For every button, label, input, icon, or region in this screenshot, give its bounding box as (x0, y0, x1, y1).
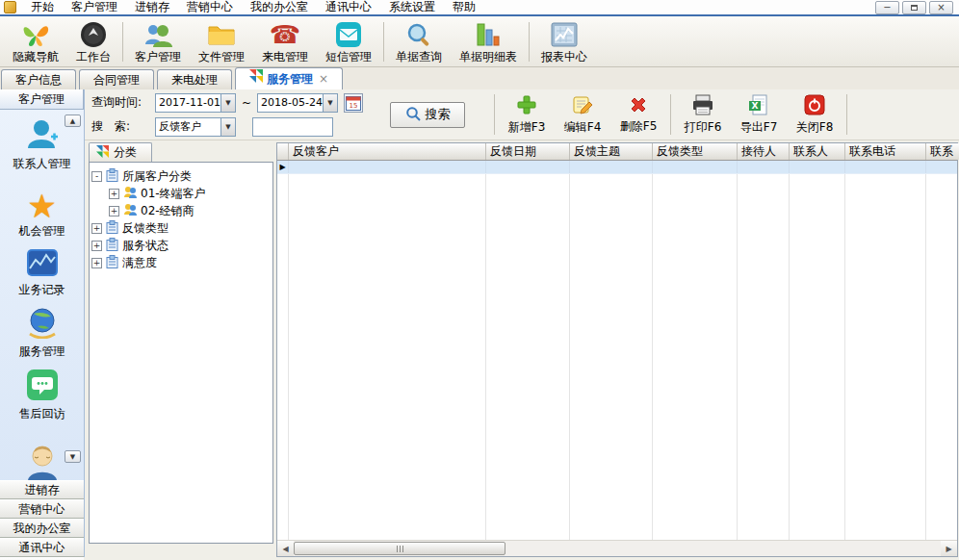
restore-icon (911, 5, 918, 11)
column-header-feedback-type[interactable]: 反馈类型 (653, 143, 738, 160)
toolbar-workbench-button[interactable]: 工作台 (67, 18, 119, 65)
sidebar-item-label: 业务记录 (19, 282, 65, 298)
column-header-contact[interactable]: 联系人 (790, 143, 845, 160)
column-header-feedback-subject[interactable]: 反馈主题 (570, 143, 653, 160)
toolbar-sms-mgmt-button[interactable]: 短信管理 (317, 18, 380, 65)
clipboard-icon (106, 255, 118, 271)
tree-node-customer-category[interactable]: - 所属客户分类 (91, 167, 271, 185)
chevron-down-icon[interactable]: ▼ (220, 118, 235, 136)
expand-toggle-icon[interactable]: + (91, 241, 102, 251)
selected-empty-row[interactable]: ▶ (277, 161, 957, 174)
tree-node-service-status[interactable]: + 服务状态 (91, 237, 271, 254)
toolbar-call-mgmt-button[interactable]: ☎ 来电管理 (253, 18, 317, 65)
row-selector-header (277, 143, 289, 160)
scrollbar-track[interactable] (294, 541, 941, 556)
export-button[interactable]: X 导出F7 (731, 91, 787, 138)
scrollbar-thumb[interactable] (294, 542, 505, 555)
sidebar-item-label: 服务管理 (19, 344, 65, 360)
column-header-contact-phone[interactable]: 联系电话 (845, 143, 926, 160)
globe-icon (26, 307, 59, 342)
sidebar-item-business-records[interactable]: 业务记录 (0, 248, 84, 298)
toolbar-customer-mgmt-button[interactable]: 客户管理 (126, 18, 190, 65)
query-separator (494, 94, 495, 135)
sidebar-bottom-marketing[interactable]: 营销中心 (0, 499, 84, 519)
expand-toggle-icon[interactable]: + (109, 189, 119, 199)
toolbar-file-mgmt-button[interactable]: 文件管理 (190, 18, 253, 65)
toolbar-separator (122, 22, 123, 62)
sidebar-header-customer-mgmt[interactable]: 客户管理 (0, 89, 84, 110)
print-icon (691, 94, 714, 118)
toolbar-separator (383, 22, 384, 62)
menu-item-my-office[interactable]: 我的办公室 (242, 0, 317, 15)
menu-item-start[interactable]: 开始 (22, 0, 63, 15)
menu-item-system-settings[interactable]: 系统设置 (380, 0, 444, 15)
action-label: 新增F3 (508, 119, 546, 136)
svg-text:15: 15 (350, 102, 358, 110)
sidebar-item-opportunity[interactable]: ★ 机会管理 (0, 191, 84, 240)
column-header-contact-extra[interactable]: 联系 (926, 143, 959, 160)
date-from-select[interactable]: 2017-11-01 ▼ (155, 93, 236, 113)
tab-call-handling[interactable]: 来电处理 (157, 69, 232, 89)
column-header-feedback-date[interactable]: 反馈日期 (486, 143, 570, 160)
tab-service-mgmt[interactable]: 服务管理 × (235, 67, 343, 89)
minimize-button[interactable]: − (875, 1, 899, 14)
tab-contract-mgmt[interactable]: 合同管理 (79, 69, 154, 89)
menu-item-help[interactable]: 帮助 (444, 0, 484, 15)
sidebar-scroll-up-button[interactable]: ▲ (65, 115, 81, 127)
expand-toggle-icon[interactable]: + (109, 206, 119, 216)
sidebar-scroll-down-button[interactable]: ▼ (65, 450, 81, 463)
toolbar-label: 来电管理 (262, 50, 308, 64)
print-button[interactable]: 打印F6 (675, 91, 731, 138)
menu-item-comms-center[interactable]: 通讯中心 (317, 0, 380, 15)
calendar-button[interactable]: 15 (344, 93, 363, 113)
toolbar-hide-nav-button[interactable]: 隐藏导航 (4, 18, 67, 65)
menu-item-customer-mgmt[interactable]: 客户管理 (63, 0, 126, 15)
search-input[interactable] (252, 117, 333, 137)
search-type-select[interactable]: 反馈客户 ▼ (155, 117, 236, 137)
action-label: 关闭F8 (796, 119, 834, 136)
edit-button[interactable]: 编辑F4 (555, 91, 610, 138)
sidebar-item-aftersales[interactable]: 售后回访 (0, 369, 84, 422)
sidebar-bottom-inventory[interactable]: 进销存 (0, 480, 84, 499)
add-button[interactable]: 新增F3 (499, 91, 555, 138)
horizontal-scrollbar[interactable]: ◀ ▶ (277, 540, 957, 556)
toolbar-report-center-button[interactable]: 报表中心 (532, 18, 596, 65)
menu-item-inventory[interactable]: 进销存 (126, 0, 178, 15)
expand-toggle-icon[interactable]: + (91, 258, 102, 268)
tab-customer-info[interactable]: 客户信息 (1, 69, 76, 89)
scroll-left-icon[interactable]: ◀ (277, 541, 294, 556)
toolbar-doc-detail-button[interactable]: 单据明细表 (451, 18, 526, 65)
tree-node-label: 服务状态 (122, 238, 168, 254)
date-to-select[interactable]: 2018-05-24 ▼ (257, 93, 338, 113)
star-icon: ★ (27, 191, 56, 221)
scroll-right-icon[interactable]: ▶ (941, 541, 957, 556)
bar-chart-icon (476, 20, 501, 49)
tree-node-feedback-type[interactable]: + 反馈类型 (91, 219, 271, 237)
restore-button[interactable] (902, 1, 926, 14)
tree-tab-category[interactable]: 分类 (89, 142, 152, 162)
close-window-button[interactable]: × (929, 1, 953, 14)
query-separator (846, 94, 847, 135)
tree-node-satisfaction[interactable]: + 满意度 (91, 254, 271, 271)
tree-node-distributor[interactable]: + 02-经销商 (91, 202, 271, 219)
sidebar-bottom-comms-center[interactable]: 通讯中心 (0, 538, 84, 557)
delete-button[interactable]: 删除F5 (610, 91, 666, 138)
column-header-receptionist[interactable]: 接待人 (738, 143, 790, 160)
tree-node-label: 反馈类型 (122, 220, 168, 237)
toolbar-doc-query-button[interactable]: 单据查询 (387, 18, 451, 65)
window-controls: − × (875, 1, 955, 14)
chevron-down-icon[interactable]: ▼ (220, 94, 235, 112)
sidebar-bottom-my-office[interactable]: 我的办公室 (0, 519, 84, 538)
chevron-down-icon[interactable]: ▼ (323, 94, 337, 112)
tab-close-icon[interactable]: × (317, 70, 328, 89)
column-header-feedback-customer[interactable]: 反馈客户 (289, 143, 486, 160)
expand-toggle-icon[interactable]: + (91, 223, 102, 234)
menu-item-marketing[interactable]: 营销中心 (178, 0, 242, 15)
date-to-value: 2018-05-24 (258, 96, 323, 109)
sidebar-item-service-mgmt[interactable]: 服务管理 (0, 307, 84, 360)
collapse-toggle-icon[interactable]: - (91, 171, 102, 182)
tree-node-terminal-customer[interactable]: + 01-终端客户 (91, 185, 271, 202)
search-button[interactable]: 搜索 (390, 102, 465, 128)
close-button[interactable]: 关闭F8 (787, 91, 842, 138)
sidebar-bottom-group: 进销存 营销中心 我的办公室 通讯中心 系统设置 (0, 480, 84, 560)
